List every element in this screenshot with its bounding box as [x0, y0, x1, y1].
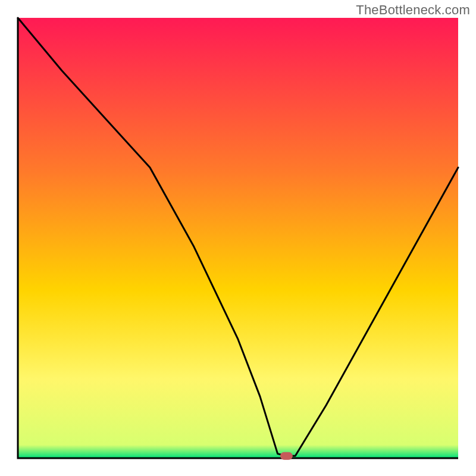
bottleneck-plot: [0, 0, 476, 476]
minimum-marker: [280, 452, 292, 459]
plot-background: [18, 18, 458, 458]
chart-frame: TheBottleneck.com: [0, 0, 476, 476]
